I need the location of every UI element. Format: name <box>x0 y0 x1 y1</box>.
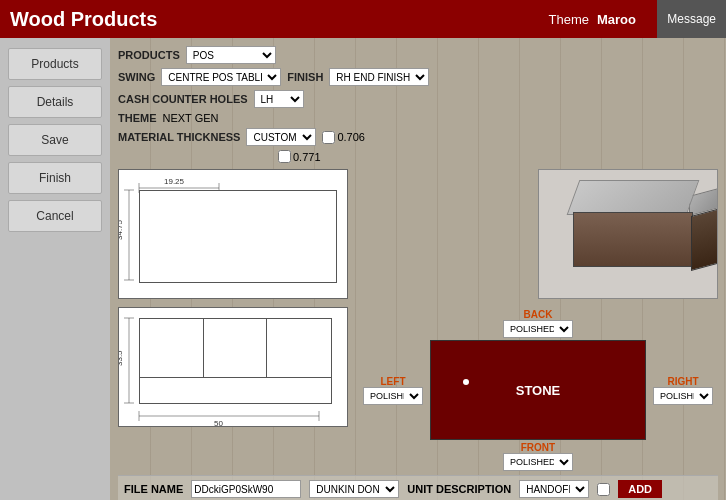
back-label: BACK <box>430 309 646 320</box>
bottom-drawing: 33.5 50 <box>118 307 348 427</box>
front-label: FRONT <box>430 442 646 453</box>
iso-view <box>538 169 718 299</box>
sidebar-item-cancel[interactable]: Cancel <box>8 200 102 232</box>
top-drawing: 34.75 19.25 <box>118 169 348 299</box>
swing-select[interactable]: CENTRE POS TABLE <box>161 68 281 86</box>
main-content: PRODUCTS POS SWING CENTRE POS TABLE FINI… <box>110 38 726 500</box>
unit-select[interactable]: HANDOFF <box>519 480 589 498</box>
message-button[interactable]: Message <box>657 0 726 38</box>
svg-text:34.75: 34.75 <box>119 219 124 240</box>
right-label: RIGHT <box>667 376 698 387</box>
sidebar-item-products[interactable]: Products <box>8 48 102 80</box>
sidebar-item-details[interactable]: Details <box>8 86 102 118</box>
theme-label: Theme <box>549 12 589 27</box>
cash-label: CASH COUNTER HOLES <box>118 93 248 105</box>
products-select[interactable]: POS <box>186 46 276 64</box>
unit-checkbox[interactable] <box>597 483 610 496</box>
material-label: MATERIAL THICKNESS <box>118 131 240 143</box>
cash-select[interactable]: LH <box>254 90 304 108</box>
finish-select[interactable]: RH END FINISH <box>329 68 429 86</box>
thickness1-value: 0.706 <box>337 131 365 143</box>
file-name-label: FILE NAME <box>124 483 183 495</box>
front-finish-select[interactable]: POLISHED <box>503 453 573 471</box>
footer-row: FILE NAME DDckiGP0SkW90 DUNKIN DONUTS UN… <box>118 475 718 500</box>
dunkin-select[interactable]: DUNKIN DONUTS <box>309 480 399 498</box>
left-label: LEFT <box>381 376 406 387</box>
stone-center: STONE <box>430 340 646 440</box>
left-finish-select[interactable]: POLISHED <box>363 387 423 405</box>
theme-ctrl-label: THEME <box>118 112 157 124</box>
products-label: PRODUCTS <box>118 49 180 61</box>
swing-label: SWING <box>118 71 155 83</box>
add-button[interactable]: ADD <box>618 480 662 498</box>
svg-text:50: 50 <box>214 419 223 426</box>
back-finish-select[interactable]: POLISHED <box>503 320 573 338</box>
svg-text:19.25: 19.25 <box>164 177 185 186</box>
unit-desc-label: UNIT DESCRIPTION <box>407 483 511 495</box>
sidebar-item-save[interactable]: Save <box>8 124 102 156</box>
theme-ctrl-value: NEXT GEN <box>163 112 219 124</box>
stone-layout: BACK POLISHED LEFT POLISHED <box>358 309 718 471</box>
right-finish-select[interactable]: POLISHED <box>653 387 713 405</box>
finish-label: FINISH <box>287 71 323 83</box>
file-name-input[interactable]: DDckiGP0SkW90 <box>191 480 301 498</box>
thickness2-value: 0.771 <box>293 151 321 163</box>
sidebar-item-finish[interactable]: Finish <box>8 162 102 194</box>
sidebar: Products Details Save Finish Cancel <box>0 38 110 500</box>
theme-value: Maroo <box>597 12 636 27</box>
material-select[interactable]: CUSTOM <box>246 128 316 146</box>
app-title: Wood Products <box>10 8 157 31</box>
svg-text:33.5: 33.5 <box>119 350 124 366</box>
thickness1-checkbox[interactable] <box>322 131 335 144</box>
thickness2-checkbox[interactable] <box>278 150 291 163</box>
